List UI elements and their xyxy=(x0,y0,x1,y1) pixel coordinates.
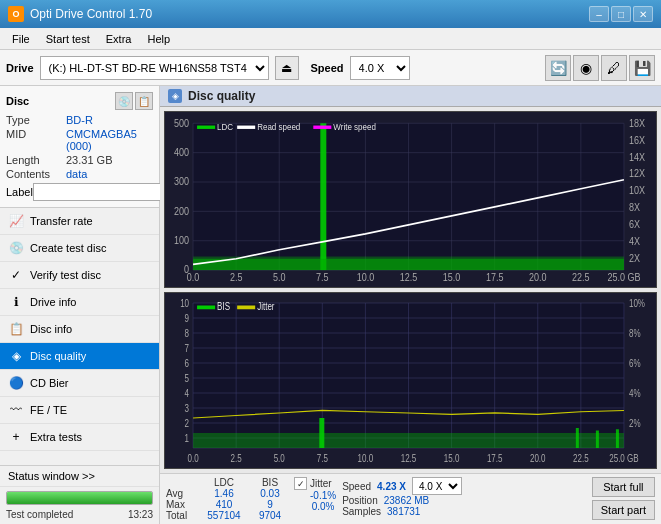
disc-label-input[interactable] xyxy=(33,183,166,201)
disc-panel-icons: 💿 📋 xyxy=(115,92,153,110)
svg-text:BIS: BIS xyxy=(217,302,230,313)
max-label: Max xyxy=(166,499,198,510)
svg-text:0.0: 0.0 xyxy=(187,453,198,464)
disc-icon-2[interactable]: 📋 xyxy=(135,92,153,110)
start-part-button[interactable]: Start part xyxy=(592,500,655,520)
sidebar-item-label: CD Bier xyxy=(30,377,69,389)
svg-text:5.0: 5.0 xyxy=(274,453,285,464)
svg-text:Write speed: Write speed xyxy=(333,122,376,133)
disc-icon-1[interactable]: 💿 xyxy=(115,92,133,110)
refresh-button[interactable]: 🔄 xyxy=(545,55,571,81)
menu-help[interactable]: Help xyxy=(139,28,178,49)
svg-text:8: 8 xyxy=(185,328,189,339)
save-button[interactable]: 💾 xyxy=(629,55,655,81)
sidebar-item-create-test-disc[interactable]: 💿 Create test disc xyxy=(0,235,159,262)
disc-label-key: Label xyxy=(6,186,33,198)
cd-bier-icon: 🔵 xyxy=(8,375,24,391)
svg-text:4: 4 xyxy=(185,388,189,399)
svg-text:1: 1 xyxy=(185,433,189,444)
write-button[interactable]: 🖊 xyxy=(601,55,627,81)
svg-text:7.5: 7.5 xyxy=(317,453,328,464)
total-ldc: 557104 xyxy=(198,510,250,521)
status-time: 13:23 xyxy=(128,509,153,520)
svg-text:2: 2 xyxy=(185,418,189,429)
progress-bar xyxy=(6,491,153,505)
svg-text:400: 400 xyxy=(174,147,189,159)
transfer-rate-icon: 📈 xyxy=(8,213,24,229)
svg-text:2.5: 2.5 xyxy=(231,453,242,464)
svg-text:17.5: 17.5 xyxy=(486,272,504,284)
sidebar-item-label: Extra tests xyxy=(30,431,82,443)
svg-text:12X: 12X xyxy=(629,168,646,180)
disc-mid-label: MID xyxy=(6,128,66,152)
speed-dropdown[interactable]: 4.0 X xyxy=(412,477,462,495)
sidebar-item-transfer-rate[interactable]: 📈 Transfer rate xyxy=(0,208,159,235)
disc-button[interactable]: ◉ xyxy=(573,55,599,81)
content-header-icon: ◈ xyxy=(168,89,182,103)
svg-text:3: 3 xyxy=(185,403,189,414)
sidebar-item-verify-test-disc[interactable]: ✓ Verify test disc xyxy=(0,262,159,289)
svg-text:12.5: 12.5 xyxy=(401,453,417,464)
toolbar-icons: 🔄 ◉ 🖊 💾 xyxy=(545,55,655,81)
jitter-checkbox[interactable]: ✓ xyxy=(294,477,307,490)
disc-panel-title: Disc xyxy=(6,95,29,107)
svg-text:5.0: 5.0 xyxy=(273,272,286,284)
sidebar-item-label: Verify test disc xyxy=(30,269,101,281)
svg-text:20.0: 20.0 xyxy=(530,453,546,464)
svg-text:20.0: 20.0 xyxy=(529,272,547,284)
status-window-button[interactable]: Status window >> xyxy=(0,466,159,487)
close-button[interactable]: ✕ xyxy=(633,6,653,22)
sidebar-item-extra-tests[interactable]: + Extra tests xyxy=(0,424,159,451)
sidebar-item-fe-te[interactable]: 〰 FE / TE xyxy=(0,397,159,424)
verify-test-disc-icon: ✓ xyxy=(8,267,24,283)
svg-text:LDC: LDC xyxy=(217,122,233,133)
speed-label: Speed xyxy=(311,62,344,74)
disc-mid-value: CMCMAGBA5 (000) xyxy=(66,128,153,152)
sidebar-item-drive-info[interactable]: ℹ Drive info xyxy=(0,289,159,316)
sidebar-item-disc-info[interactable]: 📋 Disc info xyxy=(0,316,159,343)
start-buttons: Start full Start part xyxy=(592,477,655,520)
menu-start-test[interactable]: Start test xyxy=(38,28,98,49)
max-jitter: 0.0% xyxy=(294,501,336,512)
menu-extra[interactable]: Extra xyxy=(98,28,140,49)
titlebar: O Opti Drive Control 1.70 – □ ✕ xyxy=(0,0,661,28)
start-full-button[interactable]: Start full xyxy=(592,477,655,497)
disc-info-icon: 📋 xyxy=(8,321,24,337)
svg-text:0.0: 0.0 xyxy=(187,272,200,284)
samples-val: 381731 xyxy=(387,506,420,517)
maximize-button[interactable]: □ xyxy=(611,6,631,22)
create-test-disc-icon: 💿 xyxy=(8,240,24,256)
sidebar-item-disc-quality[interactable]: ◈ Disc quality xyxy=(0,343,159,370)
svg-text:8%: 8% xyxy=(629,328,641,339)
svg-text:10: 10 xyxy=(180,298,189,309)
svg-text:15.0: 15.0 xyxy=(444,453,460,464)
progress-bar-fill xyxy=(7,492,152,504)
menu-file[interactable]: File xyxy=(4,28,38,49)
svg-text:9: 9 xyxy=(185,313,189,324)
svg-text:6%: 6% xyxy=(629,358,641,369)
avg-bis: 0.03 xyxy=(250,488,290,499)
sidebar: Disc 💿 📋 Type BD-R MID CMCMAGBA5 (000) L… xyxy=(0,86,160,524)
samples-row: Samples 381731 xyxy=(342,506,462,517)
disc-quality-icon: ◈ xyxy=(8,348,24,364)
svg-text:100: 100 xyxy=(174,235,189,247)
eject-button[interactable]: ⏏ xyxy=(275,56,299,80)
drive-info-icon: ℹ xyxy=(8,294,24,310)
stats-table: LDC BIS Avg 1.46 0.03 Max 410 9 Total xyxy=(166,477,290,521)
sidebar-item-cd-bier[interactable]: 🔵 CD Bier xyxy=(0,370,159,397)
ldc-header: LDC xyxy=(198,477,250,488)
position-val: 23862 MB xyxy=(384,495,430,506)
drive-select[interactable]: (K:) HL-DT-ST BD-RE WH16NS58 TST4 xyxy=(40,56,269,80)
svg-text:7.5: 7.5 xyxy=(316,272,329,284)
minimize-button[interactable]: – xyxy=(589,6,609,22)
jitter-label: Jitter xyxy=(310,478,332,489)
max-row: Max 410 9 xyxy=(166,499,290,510)
svg-text:500: 500 xyxy=(174,117,189,129)
speed-select[interactable]: 4.0 X xyxy=(350,56,410,80)
disc-length-row: Length 23.31 GB xyxy=(6,154,153,166)
svg-rect-104 xyxy=(193,433,624,448)
svg-text:10X: 10X xyxy=(629,185,646,197)
top-chart: 500 400 300 200 100 0 18X 16X 14X 12X 10… xyxy=(164,111,657,288)
svg-text:10%: 10% xyxy=(629,298,645,309)
progress-row: Test completed 13:23 xyxy=(0,487,159,524)
